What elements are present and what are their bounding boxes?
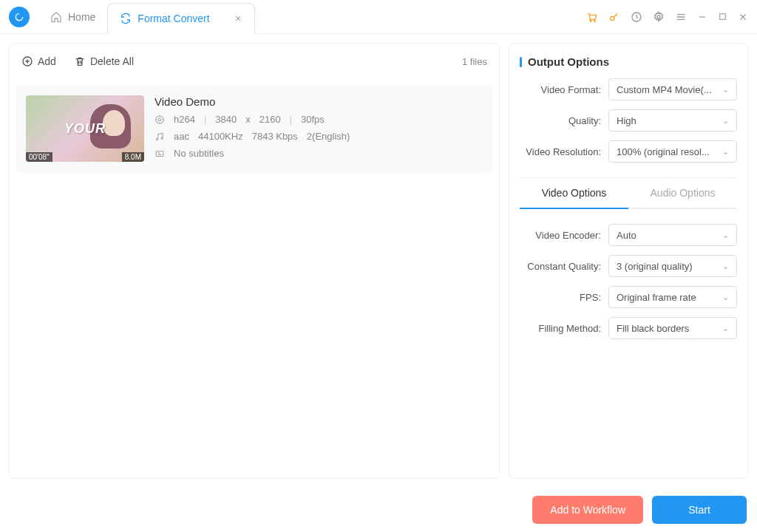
delete-all-button[interactable]: Delete All	[74, 55, 134, 67]
footer: Add to Workflow Start	[0, 488, 757, 532]
options-pane: Output Options Video Format: Custom MP4 …	[509, 43, 748, 479]
chevron-down-icon: ⌄	[722, 85, 729, 95]
resolution-label: Video Resolution:	[520, 146, 601, 157]
constant-quality-label: Constant Quality:	[520, 261, 601, 272]
constant-quality-select[interactable]: 3 (original quality) ⌄	[608, 255, 737, 277]
encoder-label: Video Encoder:	[520, 230, 601, 241]
window-close-icon[interactable]	[738, 12, 748, 22]
video-format-label: Video Format:	[520, 84, 601, 95]
home-icon	[50, 11, 62, 23]
thumb-size: 8.0M	[122, 152, 144, 162]
svg-point-4	[657, 16, 660, 18]
add-to-workflow-button[interactable]: Add to Workflow	[532, 496, 643, 524]
file-count: 1 files	[462, 56, 487, 67]
file-toolbar: Add Delete All 1 files	[10, 44, 499, 79]
menu-icon[interactable]	[675, 11, 687, 23]
minimize-icon[interactable]	[697, 12, 707, 22]
svg-point-10	[161, 137, 163, 139]
subtitle-icon	[155, 149, 165, 159]
filling-method-label: Filling Method:	[520, 323, 601, 334]
cart-icon[interactable]	[586, 11, 598, 23]
chevron-down-icon: ⌄	[722, 231, 729, 240]
video-format-select[interactable]: Custom MP4 Movie(... ⌄	[608, 78, 737, 100]
chevron-down-icon: ⌄	[722, 293, 729, 302]
video-meta-row: h264 | 3840 x 2160 | 30fps	[155, 114, 483, 125]
tab-convert-label: Format Convert	[138, 13, 209, 24]
svg-point-2	[611, 16, 614, 20]
thumb-duration: 00'08"	[26, 152, 52, 162]
close-icon[interactable]	[234, 14, 242, 23]
subtab-video-options[interactable]: Video Options	[520, 178, 628, 209]
chevron-down-icon: ⌄	[722, 262, 729, 271]
tab-format-convert[interactable]: Format Convert	[107, 3, 254, 34]
quality-label: Quality:	[520, 115, 601, 126]
fps-label: FPS:	[520, 292, 601, 303]
app-logo[interactable]	[9, 7, 30, 27]
file-card[interactable]: YOUR 00'08" 8.0M Video Demo h264 | 3840 …	[16, 85, 493, 172]
svg-point-9	[156, 138, 157, 140]
subtab-audio-options[interactable]: Audio Options	[628, 178, 737, 209]
svg-point-8	[158, 118, 161, 121]
fps-select[interactable]: Original frame rate ⌄	[608, 286, 737, 308]
maximize-icon[interactable]	[718, 12, 727, 21]
music-icon	[155, 132, 165, 142]
chevron-down-icon: ⌄	[722, 324, 729, 333]
delete-all-label: Delete All	[90, 55, 134, 67]
svg-rect-5	[720, 14, 726, 20]
add-button[interactable]: Add	[21, 55, 56, 67]
quality-select[interactable]: High ⌄	[608, 109, 737, 132]
plus-icon	[21, 55, 33, 67]
file-list-pane: Add Delete All 1 files YOUR 00'08" 8.0M	[9, 43, 500, 479]
encoder-select[interactable]: Auto ⌄	[608, 224, 737, 246]
history-icon[interactable]	[631, 11, 642, 23]
key-icon[interactable]	[608, 11, 620, 23]
trash-icon	[74, 55, 86, 67]
start-button[interactable]: Start	[652, 496, 747, 524]
tab-home[interactable]: Home	[38, 0, 107, 34]
convert-icon	[120, 13, 132, 24]
audio-meta-row: aac 44100KHz 7843 Kbps 2(English)	[155, 131, 483, 142]
svg-point-1	[594, 20, 595, 21]
options-subtabs: Video Options Audio Options	[520, 178, 737, 209]
settings-icon[interactable]	[653, 11, 665, 23]
svg-point-0	[590, 20, 591, 21]
video-thumbnail: YOUR 00'08" 8.0M	[26, 95, 144, 162]
file-title: Video Demo	[155, 95, 483, 108]
chevron-down-icon: ⌄	[722, 147, 729, 157]
output-options-title: Output Options	[520, 55, 737, 68]
add-label: Add	[38, 55, 56, 67]
filling-method-select[interactable]: Fill black borders ⌄	[608, 317, 737, 339]
tab-home-label: Home	[68, 11, 95, 23]
thumb-overlay-text: YOUR	[64, 121, 106, 137]
video-icon	[155, 115, 165, 125]
resolution-select[interactable]: 100% (original resol... ⌄	[608, 140, 737, 163]
titlebar: Home Format Convert	[0, 0, 757, 34]
subtitle-meta-row: No subtitles	[155, 148, 483, 159]
window-controls	[586, 11, 748, 23]
chevron-down-icon: ⌄	[722, 116, 729, 126]
svg-rect-11	[156, 151, 163, 156]
